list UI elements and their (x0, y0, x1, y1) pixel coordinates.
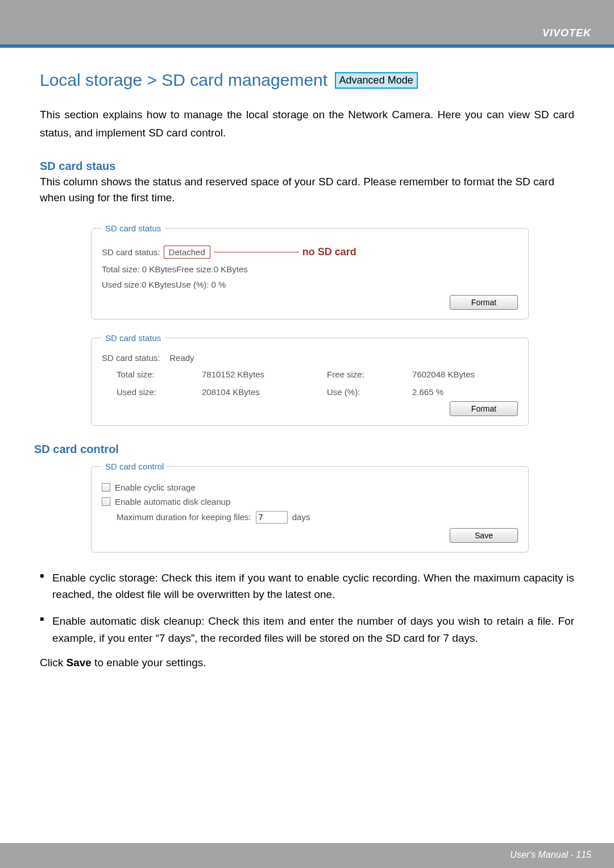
use-pct-label: Use (%): (327, 387, 412, 397)
sd-card-status-heading: SD card staus (40, 160, 574, 173)
enable-cleanup-label: Enable automatic disk cleanup (115, 497, 230, 506)
enable-cleanup-checkbox[interactable] (102, 497, 110, 506)
status-value-detached: Detached (164, 246, 210, 259)
closing-line: Click Save to enable your settings. (40, 657, 574, 669)
panel-legend: SD card status (102, 223, 164, 233)
size-line-1: Total size: 0 KBytesFree size:0 KBytes (102, 264, 248, 274)
use-pct-value: 2.665 % (412, 387, 518, 397)
panel-legend: SD card control (102, 462, 167, 471)
no-sd-card-callout: no SD card (302, 246, 356, 258)
format-button[interactable]: Format (450, 401, 518, 416)
closing-pre: Click (40, 657, 66, 668)
brand-logo: VIVOTEK (542, 27, 591, 39)
intro-paragraph: This section explains how to manage the … (40, 106, 574, 143)
total-size-value: 7810152 KBytes (202, 369, 327, 379)
enable-cyclic-checkbox[interactable] (102, 483, 110, 492)
status-label: SD card status: (102, 247, 160, 257)
page-title: Local storage > SD card management (40, 70, 327, 90)
max-duration-unit: days (292, 512, 310, 522)
format-button[interactable]: Format (450, 295, 518, 310)
sd-card-control-heading: SD card control (34, 443, 574, 456)
save-button[interactable]: Save (450, 528, 518, 543)
size-line-2: Used size:0 KBytesUse (%): 0 % (102, 280, 226, 289)
used-size-label: Used size: (117, 387, 202, 397)
used-size-value: 208104 KBytes (202, 387, 327, 397)
max-duration-input[interactable] (256, 511, 288, 524)
total-size-label: Total size: (117, 369, 202, 379)
free-size-value: 7602048 KBytes (412, 369, 518, 379)
callout-line (214, 252, 299, 252)
enable-cyclic-label: Enable cyclic storage (115, 483, 196, 492)
status-value-ready: Ready (169, 353, 194, 363)
closing-post: to enable your settings. (92, 657, 206, 668)
closing-save-word: Save (66, 657, 91, 668)
sd-status-panel-ready: SD card status SD card status: Ready Tot… (91, 333, 529, 426)
sd-status-panel-detached: SD card status SD card status: Detached … (91, 223, 529, 319)
status-label: SD card status: (102, 353, 160, 363)
bullet-cleanup: Enable automatic disk cleanup: Check thi… (40, 613, 574, 646)
panel-legend: SD card status (102, 333, 164, 343)
max-duration-label: Maximum duration for keeping files: (117, 512, 251, 522)
advanced-mode-badge: Advanced Mode (335, 72, 418, 89)
free-size-label: Free size: (327, 369, 412, 379)
footer: User's Manual - 115 (0, 843, 614, 868)
sd-card-status-desc: This column shows the status and reserve… (40, 174, 574, 206)
bullet-cyclic: Enable cyclic storage: Check this item i… (40, 570, 574, 603)
sd-card-control-panel: SD card control Enable cyclic storage En… (91, 462, 529, 553)
